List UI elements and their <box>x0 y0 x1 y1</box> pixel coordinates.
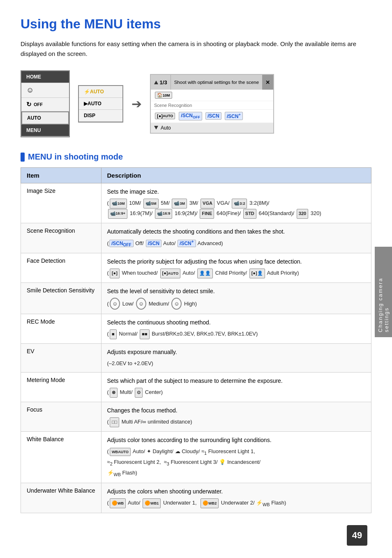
page-title: Using the MENU items <box>21 16 371 32</box>
flash-auto: ⚡AUTO <box>79 86 122 98</box>
desc-wb: Adjusts color tones according to the sur… <box>101 431 371 483</box>
down-arrow-icon <box>154 126 158 130</box>
intro-paragraph: Displays available functions for easy se… <box>21 39 371 59</box>
home-item: HOME <box>21 71 69 83</box>
item-scene: Scene Recognition <box>21 223 101 253</box>
right-panel: 1/3 Shoot with optimal settings for the … <box>150 74 274 133</box>
right-panel-topbar: 1/3 Shoot with optimal settings for the … <box>151 75 273 90</box>
item-face: Face Detection <box>21 253 101 282</box>
auto-icon: [●]AUTO <box>155 113 175 119</box>
table-row: White Balance Adjusts color tones accord… <box>21 431 371 483</box>
menu-table: Item Description Image Size Sets the ima… <box>21 167 371 513</box>
section-heading: MENU in shooting mode <box>21 152 371 162</box>
desc-rec: Selects the continuous shooting method. … <box>101 314 371 344</box>
table-row: Face Detection Selects the priority subj… <box>21 253 371 282</box>
table-row: Metering Mode Sets which part of the sub… <box>21 373 371 402</box>
bottom-label: Auto <box>161 125 171 131</box>
iscn-plus: iSCN+ <box>225 112 243 120</box>
icon-row: 🏠10M <box>151 90 273 101</box>
table-row: Smile Detection Sensitivity Sets the lev… <box>21 282 371 314</box>
desc-focus: Changes the focus method. (□□ Multi AF/∞… <box>101 402 371 432</box>
item-focus: Focus <box>21 402 101 432</box>
scene-label: Scene Recognition <box>151 101 273 110</box>
iscn-off: iSCNOFF <box>179 112 202 120</box>
col-desc-header: Description <box>101 168 371 183</box>
item-ev: EV <box>21 343 101 372</box>
page-number: 49 <box>347 525 367 546</box>
desc-scene: Automatically detects the shooting condi… <box>101 223 371 253</box>
item-smile: Smile Detection Sensitivity <box>21 282 101 314</box>
bottom-bar: Auto <box>151 123 273 133</box>
page-fraction: 1/3 <box>151 75 171 90</box>
desc-ev: Adjusts exposure manually. (–2.0EV to +2… <box>101 343 371 372</box>
vauto: ▶AUTO <box>79 98 122 110</box>
table-row: REC Mode Selects the continuous shooting… <box>21 314 371 344</box>
iscn: iSCN <box>205 112 221 120</box>
desc-image-size: Sets the image size. (📹10M 10M/ 📹5M 5M/ … <box>101 183 371 223</box>
item-metering: Metering Mode <box>21 373 101 402</box>
table-row: Image Size Sets the image size. (📹10M 10… <box>21 183 371 223</box>
camera-diagram: HOME ☺ ↻OFF AUTO MENU ⚡AUTO ▶AUTO DISP ➔… <box>21 70 371 137</box>
desc-uwb: Adjusts the colors when shooting underwa… <box>101 483 371 513</box>
scene-row: [●]AUTO iSCNOFF iSCN iSCN+ <box>151 110 273 123</box>
desc-face: Selects the priority subject for adjusti… <box>101 253 371 282</box>
table-row: Scene Recognition Automatically detects … <box>21 223 371 253</box>
table-row: Focus Changes the focus method. (□□ Mult… <box>21 402 371 432</box>
col-item-header: Item <box>21 168 101 183</box>
section-heading-text: MENU in shooting mode <box>28 152 123 162</box>
item-image-size: Image Size <box>21 183 101 223</box>
off-item: ↻OFF <box>21 98 69 111</box>
side-label: Changing camera settings <box>375 247 392 337</box>
mid-panel: ⚡AUTO ▶AUTO DISP <box>78 85 123 123</box>
diagram-arrow: ⚡AUTO ▶AUTO DISP <box>78 85 123 123</box>
arrow-right: ➔ <box>131 97 142 111</box>
desc-metering: Sets which part of the subject to measur… <box>101 373 371 402</box>
close-button[interactable]: ✕ <box>262 75 273 90</box>
item-wb: White Balance <box>21 431 101 483</box>
auto-item: AUTO <box>21 111 69 125</box>
desc-smile: Sets the level of sensitivity to detect … <box>101 282 371 314</box>
home-icon: 🏠10M <box>155 92 172 99</box>
smiley-item: ☺ <box>21 83 69 98</box>
item-uwb: Underwater White Balance <box>21 483 101 513</box>
table-row: EV Adjusts exposure manually. (–2.0EV to… <box>21 343 371 372</box>
disp: DISP <box>79 110 122 122</box>
tooltip-text: Shoot with optimal settings for the scen… <box>171 75 262 90</box>
menu-item: MENU <box>21 125 69 137</box>
item-rec: REC Mode <box>21 314 101 344</box>
left-panel: HOME ☺ ↻OFF AUTO MENU <box>21 70 70 137</box>
table-row: Underwater White Balance Adjusts the col… <box>21 483 371 513</box>
